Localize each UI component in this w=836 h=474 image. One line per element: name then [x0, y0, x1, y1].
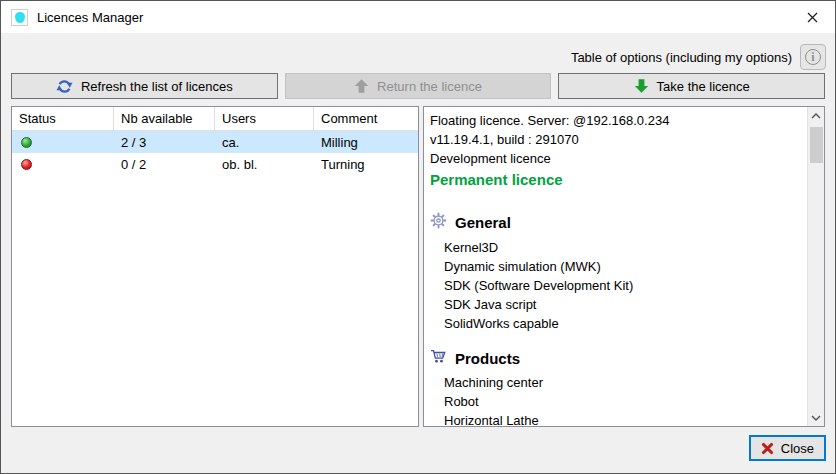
- users-cell: ca.: [215, 131, 314, 153]
- general-item: Dynamic simulation (MWK): [430, 257, 801, 276]
- comment-cell: Turning: [314, 153, 418, 175]
- refresh-icon: [56, 78, 73, 95]
- options-row: Table of options (including my options) …: [571, 43, 826, 71]
- general-item: SolidWorks capable: [430, 314, 801, 333]
- info-button[interactable]: i: [800, 44, 826, 70]
- column-header-users[interactable]: Users: [215, 107, 314, 130]
- general-section-header: General: [430, 212, 801, 232]
- footer: Close: [749, 435, 826, 461]
- return-licence-button[interactable]: Return the licence: [285, 73, 552, 99]
- general-item: SDK (Software Development Kit): [430, 276, 801, 295]
- status-cell: [12, 131, 114, 153]
- version-line: v11.19.4.1, build : 291070: [430, 130, 801, 149]
- table-row-turning[interactable]: 0 / 2 ob. bl. Turning: [12, 153, 418, 175]
- take-licence-button[interactable]: Take the licence: [558, 73, 825, 99]
- licence-type-line: Development licence: [430, 149, 801, 168]
- product-item: Robot: [430, 392, 801, 411]
- close-label: Close: [781, 441, 814, 456]
- arrow-up-icon: [354, 78, 369, 94]
- cart-icon: [430, 349, 447, 367]
- chevron-up-icon: [811, 113, 821, 119]
- app-icon-blob: [15, 12, 25, 23]
- arrow-down-icon: [634, 78, 649, 94]
- table-row-milling[interactable]: 2 / 3 ca. Milling: [12, 131, 418, 153]
- column-header-nb-available[interactable]: Nb available: [114, 107, 215, 130]
- permanent-licence-label: Permanent licence: [430, 170, 801, 190]
- refresh-label: Refresh the list of licences: [81, 79, 233, 94]
- licences-table: Status Nb available Users Comment 2 / 3 …: [11, 106, 419, 427]
- product-item: Machining center: [430, 373, 801, 392]
- close-x-icon: [807, 12, 818, 23]
- title-bar: Licences Manager: [1, 1, 835, 33]
- product-item: Horizontal Lathe: [430, 411, 801, 426]
- licence-details-panel: Floating licence. Server: @192.168.0.234…: [423, 106, 825, 427]
- gear-icon: [430, 212, 447, 232]
- nb-available-cell: 0 / 2: [114, 153, 215, 175]
- general-item: Kernel3D: [430, 238, 801, 257]
- details-content: Floating licence. Server: @192.168.0.234…: [424, 107, 807, 426]
- toolbar: Refresh the list of licences Return the …: [11, 73, 825, 99]
- window-title: Licences Manager: [37, 10, 143, 25]
- scroll-down-button[interactable]: [808, 409, 825, 426]
- window-close-button[interactable]: [790, 2, 835, 33]
- close-button[interactable]: Close: [749, 435, 826, 461]
- column-header-comment[interactable]: Comment: [314, 107, 418, 130]
- app-icon: [11, 9, 28, 26]
- products-section-title: Products: [455, 350, 520, 367]
- comment-cell: Milling: [314, 131, 418, 153]
- details-scrollbar[interactable]: [807, 107, 824, 426]
- red-x-icon: [761, 442, 774, 455]
- status-dot-green: [21, 137, 32, 148]
- nb-available-cell: 2 / 3: [114, 131, 215, 153]
- users-cell: ob. bl.: [215, 153, 314, 175]
- status-cell: [12, 153, 114, 175]
- products-section-header: Products: [430, 349, 801, 367]
- status-dot-red: [21, 159, 32, 170]
- column-header-status[interactable]: Status: [12, 107, 114, 130]
- take-label: Take the licence: [657, 79, 750, 94]
- general-item: SDK Java script: [430, 295, 801, 314]
- general-section-title: General: [455, 214, 511, 231]
- scroll-up-button[interactable]: [808, 107, 825, 124]
- licences-manager-window: Licences Manager Table of options (inclu…: [0, 0, 836, 474]
- main-area: Status Nb available Users Comment 2 / 3 …: [11, 106, 825, 427]
- chevron-down-icon: [811, 415, 821, 421]
- info-icon: i: [805, 49, 821, 65]
- options-label: Table of options (including my options): [571, 50, 792, 65]
- server-line: Floating licence. Server: @192.168.0.234: [430, 111, 801, 130]
- table-header: Status Nb available Users Comment: [12, 107, 418, 131]
- return-label: Return the licence: [377, 79, 482, 94]
- scrollbar-thumb[interactable]: [810, 127, 823, 163]
- refresh-licences-button[interactable]: Refresh the list of licences: [11, 73, 278, 99]
